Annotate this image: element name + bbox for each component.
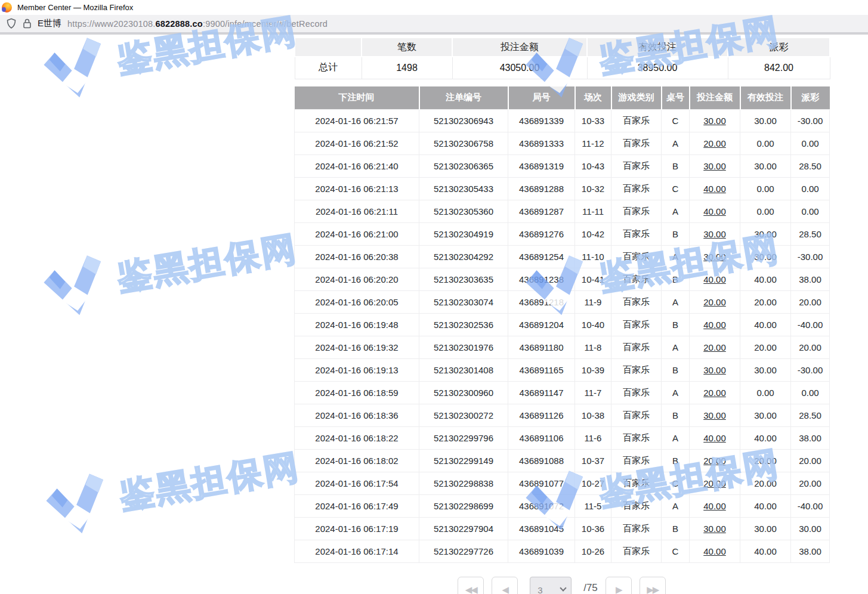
- session-cell: 11-6: [575, 426, 611, 449]
- round-no-cell: 436891339: [508, 109, 575, 132]
- session-cell: 11-11: [575, 200, 611, 222]
- valid-bet-cell: 30.00: [740, 245, 791, 268]
- pagination-next-button[interactable]: ▶: [606, 577, 632, 594]
- session-cell: 11-5: [575, 494, 611, 517]
- shield-icon[interactable]: [6, 18, 17, 29]
- table-no-cell: A: [662, 336, 690, 358]
- summary-header-row: 笔数 投注金额 有效投注 派彩: [295, 38, 830, 57]
- bet-time-cell: 2024-01-16 06:17:54: [295, 472, 419, 494]
- round-no-cell: 436891254: [508, 245, 575, 268]
- bet-amount-link[interactable]: 20.00: [690, 290, 740, 313]
- bet-amount-link[interactable]: 40.00: [690, 177, 740, 200]
- bet-no-cell: 521302301408: [419, 358, 508, 381]
- url-text[interactable]: https://www20230108.6822888.co:9900/infe…: [67, 19, 328, 29]
- table-no-cell: A: [662, 494, 690, 517]
- valid-bet-cell: 20.00: [740, 449, 791, 472]
- bet-no-cell: 521302305433: [419, 177, 508, 200]
- summary-total-row: 总计 1498 43050.00 38950.00 842.00: [295, 57, 830, 79]
- bet-amount-link[interactable]: 40.00: [690, 268, 740, 290]
- table-row: 2024-01-16 06:17:54 521302298838 4368910…: [295, 472, 830, 494]
- round-no-cell: 436891218: [508, 290, 575, 313]
- bet-no-cell: 521302300960: [419, 381, 508, 404]
- bet-amount-link[interactable]: 30.00: [690, 109, 740, 132]
- bet-amount-link[interactable]: 30.00: [690, 154, 740, 177]
- round-no-cell: 436891333: [508, 132, 575, 154]
- pagination-first-button[interactable]: ◀◀: [458, 577, 484, 594]
- bet-amount-link[interactable]: 20.00: [690, 472, 740, 494]
- pagination-prev-button[interactable]: ◀: [492, 577, 518, 594]
- bet-amount-link[interactable]: 40.00: [690, 200, 740, 222]
- bet-time-cell: 2024-01-16 06:20:20: [295, 268, 419, 290]
- bet-amount-link[interactable]: 40.00: [690, 540, 740, 562]
- round-no-cell: 436891204: [508, 313, 575, 336]
- session-cell: 10-27: [575, 472, 611, 494]
- bet-amount-link[interactable]: 30.00: [690, 222, 740, 245]
- payout-cell: -40.00: [791, 313, 830, 336]
- valid-bet-cell: 40.00: [740, 540, 791, 562]
- summary-bet-amount-value: 43050.00: [452, 57, 587, 79]
- pagination-last-button[interactable]: ▶▶: [640, 577, 666, 594]
- url-suffix: :9900/infe/mcenter/#/betRecord: [203, 19, 328, 29]
- bet-no-cell: 521302306758: [419, 132, 508, 154]
- bet-amount-link[interactable]: 20.00: [690, 449, 740, 472]
- session-cell: 10-43: [575, 154, 611, 177]
- bet-amount-link[interactable]: 40.00: [690, 426, 740, 449]
- bet-no-cell: 521302306365: [419, 154, 508, 177]
- bet-amount-link[interactable]: 20.00: [690, 381, 740, 404]
- bet-amount-link[interactable]: 40.00: [690, 313, 740, 336]
- table-no-cell: A: [662, 290, 690, 313]
- payout-cell: 20.00: [791, 449, 830, 472]
- bet-time-cell: 2024-01-16 06:18:02: [295, 449, 419, 472]
- bet-time-cell: 2024-01-16 06:19:13: [295, 358, 419, 381]
- watermark: 鉴黑担保网: [35, 436, 304, 540]
- game-type-cell: 百家乐: [611, 109, 662, 132]
- watermark-logo-icon: [35, 468, 116, 540]
- table-row: 2024-01-16 06:17:19 521302297904 4368910…: [295, 517, 830, 540]
- bet-records-table: 下注时间 注单编号 局号 场次 游戏类别 桌号 投注金额 有效投注 派彩 202…: [294, 86, 830, 563]
- bet-amount-link[interactable]: 30.00: [690, 358, 740, 381]
- header-round-no: 局号: [508, 86, 575, 109]
- game-type-cell: 百家乐: [611, 358, 662, 381]
- table-no-cell: B: [662, 268, 690, 290]
- bet-amount-link[interactable]: 20.00: [690, 132, 740, 154]
- valid-bet-cell: 30.00: [740, 222, 791, 245]
- table-row: 2024-01-16 06:18:02 521302299149 4368910…: [295, 449, 830, 472]
- summary-table: 笔数 投注金额 有效投注 派彩 总计 1498 43050.00 38950.0…: [294, 37, 830, 79]
- table-row: 2024-01-16 06:19:48 521302302536 4368912…: [295, 313, 830, 336]
- bet-amount-link[interactable]: 30.00: [690, 245, 740, 268]
- payout-cell: 20.00: [791, 472, 830, 494]
- bet-amount-link[interactable]: 30.00: [690, 517, 740, 540]
- valid-bet-cell: 20.00: [740, 290, 791, 313]
- bet-time-cell: 2024-01-16 06:18:59: [295, 381, 419, 404]
- next-page-icon: ▶: [616, 584, 622, 594]
- round-no-cell: 436891147: [508, 381, 575, 404]
- url-bar[interactable]: E世博 https://www20230108.6822888.co:9900/…: [0, 15, 868, 35]
- summary-valid-bet-value: 38950.00: [587, 57, 728, 79]
- summary-header-blank: [295, 38, 362, 57]
- payout-cell: -30.00: [791, 109, 830, 132]
- table-row: 2024-01-16 06:21:40 521302306365 4368913…: [295, 154, 830, 177]
- valid-bet-cell: 30.00: [740, 109, 791, 132]
- table-no-cell: B: [662, 358, 690, 381]
- summary-payout-value: 842.00: [728, 57, 830, 79]
- bet-amount-link[interactable]: 20.00: [690, 336, 740, 358]
- bet-amount-link[interactable]: 30.00: [690, 404, 740, 426]
- game-type-cell: 百家乐: [611, 517, 662, 540]
- bet-amount-link[interactable]: 40.00: [690, 494, 740, 517]
- table-row: 2024-01-16 06:20:20 521302303635 4368912…: [295, 268, 830, 290]
- page-select[interactable]: 3: [530, 577, 572, 594]
- site-name-label: E世博: [38, 18, 61, 29]
- bet-time-cell: 2024-01-16 06:19:48: [295, 313, 419, 336]
- table-no-cell: A: [662, 426, 690, 449]
- game-type-cell: 百家乐: [611, 336, 662, 358]
- bet-time-cell: 2024-01-16 06:21:00: [295, 222, 419, 245]
- watermark: 鉴黑担保网: [33, 218, 302, 322]
- table-no-cell: B: [662, 154, 690, 177]
- session-cell: 11-7: [575, 381, 611, 404]
- lock-icon[interactable]: [23, 18, 32, 29]
- page-select-wrap: 3: [530, 577, 572, 594]
- valid-bet-cell: 20.00: [740, 336, 791, 358]
- valid-bet-cell: 30.00: [740, 517, 791, 540]
- table-no-cell: C: [662, 109, 690, 132]
- table-row: 2024-01-16 06:21:00 521302304919 4368912…: [295, 222, 830, 245]
